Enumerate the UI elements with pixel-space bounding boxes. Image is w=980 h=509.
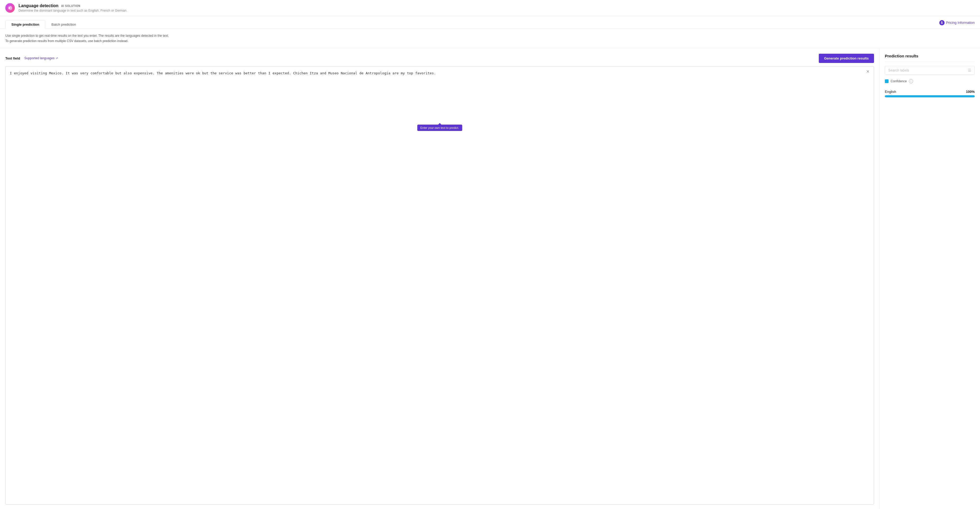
app-title: Language detection <box>19 3 59 8</box>
textarea-container: ✕ Enter your own text to predict. <box>5 66 874 504</box>
app-logo <box>5 3 15 13</box>
pricing-icon: $ <box>939 20 945 26</box>
clear-button[interactable]: ✕ <box>864 69 871 74</box>
text-field-label-group: Text field Supported languages ↗ <box>5 56 58 60</box>
pricing-label: Pricing Information <box>946 21 975 25</box>
result-row-header: English 100% <box>885 90 975 94</box>
confidence-color-dot <box>885 79 889 83</box>
filter-icon[interactable]: ☰ <box>968 68 971 72</box>
main-layout: Text field Supported languages ↗ Generat… <box>0 48 980 509</box>
search-labels-input[interactable] <box>888 68 966 72</box>
description-block: Use single prediction to get real-time r… <box>0 29 980 48</box>
confidence-label: Confidence <box>891 79 907 83</box>
header-title-row: Language detection AI SOLUTION <box>19 3 127 8</box>
description-line2: To generate prediction results from mult… <box>5 38 975 44</box>
tabs-bar: Single prediction Batch prediction $ Pri… <box>0 16 980 29</box>
ai-badge: AI SOLUTION <box>61 5 80 7</box>
external-link-icon: ↗ <box>56 57 58 60</box>
right-panel: Prediction results ☰ Confidence i Englis… <box>880 48 980 509</box>
header-text-block: Language detection AI SOLUTION Determine… <box>19 3 127 13</box>
description-line1: Use single prediction to get real-time r… <box>5 33 975 38</box>
result-bar-background <box>885 95 975 97</box>
confidence-legend: Confidence i <box>885 79 975 83</box>
tab-batch-prediction[interactable]: Batch prediction <box>45 20 82 29</box>
header-subtitle: Determine the dominant language in text … <box>19 9 127 13</box>
tab-single-prediction[interactable]: Single prediction <box>5 20 45 29</box>
supported-languages-label: Supported languages <box>24 56 54 60</box>
prediction-results-title: Prediction results <box>885 54 975 62</box>
result-language-label: English <box>885 90 896 94</box>
result-percentage-label: 100% <box>966 90 975 94</box>
search-bar: ☰ <box>885 66 975 75</box>
result-row-english: English 100% <box>885 90 975 97</box>
text-field-label: Text field <box>5 56 20 60</box>
text-field-header: Text field Supported languages ↗ Generat… <box>5 54 874 63</box>
confidence-info-icon[interactable]: i <box>909 79 913 83</box>
tab-group: Single prediction Batch prediction <box>5 20 82 29</box>
text-input[interactable] <box>6 66 874 504</box>
pricing-link[interactable]: $ Pricing Information <box>939 20 975 29</box>
result-bar-fill <box>885 95 975 97</box>
left-panel: Text field Supported languages ↗ Generat… <box>0 48 880 509</box>
supported-languages-link[interactable]: Supported languages ↗ <box>24 56 58 60</box>
generate-button[interactable]: Generate prediction results <box>819 54 874 63</box>
app-header: Language detection AI SOLUTION Determine… <box>0 0 980 16</box>
